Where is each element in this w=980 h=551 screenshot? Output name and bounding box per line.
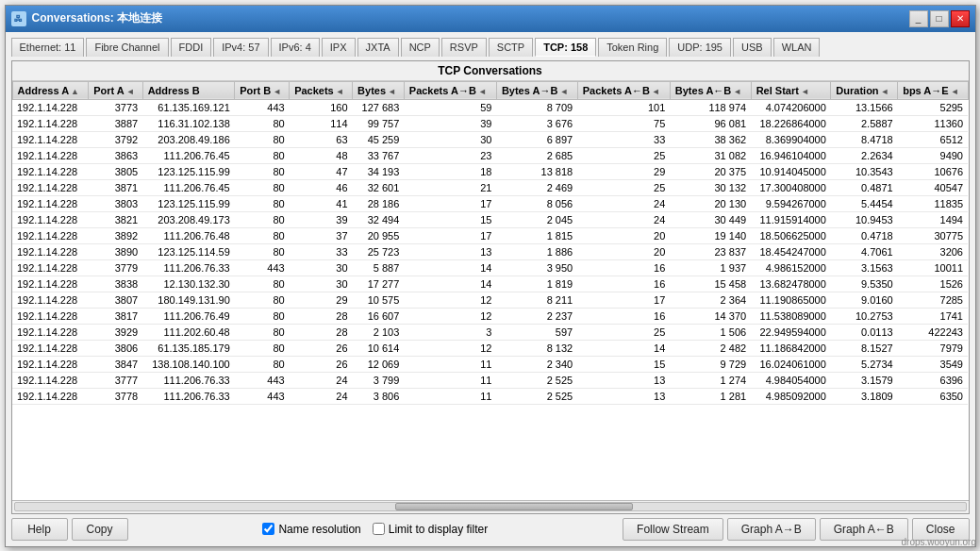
tab-sctp[interactable]: SCTP (489, 38, 533, 57)
table-cell: 31 082 (670, 147, 751, 163)
name-resolution-checkbox[interactable] (262, 523, 274, 535)
graph-ba-button[interactable]: Graph A←B (820, 518, 908, 541)
tab-ipv4--57[interactable]: IPv4: 57 (213, 38, 268, 57)
table-cell: 80 (235, 147, 290, 163)
horizontal-scrollbar[interactable] (12, 500, 969, 513)
table-row[interactable]: 192.1.14.2283778111.206.76.33443243 8061… (12, 388, 968, 404)
table-row[interactable]: 192.1.14.2283847138.108.140.100802612 06… (12, 356, 968, 372)
help-button[interactable]: Help (11, 518, 68, 541)
limit-display-checkbox[interactable] (373, 523, 385, 535)
table-row[interactable]: 192.1.14.2283821203.208.49.173803932 494… (12, 211, 968, 227)
table-row[interactable]: 192.1.14.2283792203.208.49.186806345 259… (12, 131, 968, 147)
table-row[interactable]: 192.1.14.2283929111.202.60.4880282 10335… (12, 324, 968, 340)
table-row[interactable]: 192.1.14.228383812.130.132.30803017 2771… (12, 276, 968, 292)
col-packets-a-b[interactable]: Packets A→B◄ (404, 81, 496, 99)
col-rel-start[interactable]: Rel Start◄ (751, 81, 831, 99)
table-cell: 12 (404, 292, 496, 308)
tab-ethernet--11[interactable]: Ethernet: 11 (11, 38, 85, 57)
table-cell: 59 (404, 99, 496, 115)
table-cell: 3778 (89, 388, 142, 404)
table-row[interactable]: 192.1.14.2283779111.206.76.33443305 8871… (12, 259, 968, 276)
table-cell: 0.4718 (831, 227, 898, 243)
table-cell: 3206 (898, 243, 968, 259)
copy-button[interactable]: Copy (72, 518, 128, 541)
table-cell: 3.1809 (831, 388, 898, 404)
table-cell: 24 (577, 211, 670, 227)
table-row[interactable]: 192.1.14.2283892111.206.76.48803720 9551… (12, 227, 968, 243)
table-cell: 192.1.14.228 (12, 292, 89, 308)
table-row[interactable]: 192.1.14.2283887116.31.102.1388011499 75… (12, 115, 968, 131)
table-cell: 192.1.14.228 (12, 324, 89, 340)
table-row[interactable]: 192.1.14.2283807180.149.131.90802910 575… (12, 292, 968, 308)
name-resolution-label[interactable]: Name resolution (262, 523, 360, 536)
scrollbar-thumb[interactable] (395, 503, 633, 510)
window-close-button[interactable]: ✕ (951, 10, 970, 27)
table-cell: 10011 (898, 259, 968, 276)
table-cell: 80 (235, 356, 290, 372)
table-cell: 3 676 (496, 115, 577, 131)
col-bps-a-e[interactable]: bps A→E◄ (898, 81, 968, 99)
maximize-button[interactable]: □ (930, 10, 949, 27)
table-row[interactable]: 192.1.14.2283890123.125.114.59803325 723… (12, 243, 968, 259)
app-icon: 🖧 (11, 11, 26, 26)
col-port-b[interactable]: Port B◄ (235, 81, 290, 99)
tab-ncp[interactable]: NCP (401, 38, 440, 57)
table-cell: 11 (404, 388, 496, 404)
table-row[interactable]: 192.1.14.2283777111.206.76.33443243 7991… (12, 372, 968, 388)
table-cell: 20 (577, 243, 670, 259)
tab-token-ring[interactable]: Token Ring (598, 38, 667, 57)
tab-usb[interactable]: USB (733, 38, 772, 57)
follow-stream-button[interactable]: Follow Stream (623, 518, 723, 541)
col-port-a[interactable]: Port A◄ (89, 81, 142, 99)
table-cell: 15 (577, 356, 670, 372)
table-cell: 16.946104000 (751, 147, 831, 163)
tab-fibre-channel[interactable]: Fibre Channel (86, 38, 168, 57)
table-row[interactable]: 192.1.14.2283803123.125.115.99804128 186… (12, 195, 968, 211)
table-row[interactable]: 192.1.14.2283863111.206.76.45804833 7672… (12, 147, 968, 163)
table-row[interactable]: 192.1.14.228380661.135.185.179802610 614… (12, 340, 968, 356)
left-button-group: Help Copy (11, 518, 128, 541)
col-bytes[interactable]: Bytes◄ (353, 81, 405, 99)
col-bytes-a-b[interactable]: Bytes A→B◄ (496, 81, 577, 99)
table-row[interactable]: 192.1.14.2283817111.206.76.49802816 6071… (12, 308, 968, 324)
conversations-table: Address A▲Port A◄Address BPort B◄Packets… (12, 81, 969, 405)
main-window: 🖧 Conversations: 本地连接 _ □ ✕ Ethernet: 11… (5, 5, 976, 547)
table-cell: 192.1.14.228 (12, 356, 89, 372)
table-cell: 192.1.14.228 (12, 308, 89, 324)
table-scroll[interactable]: Address A▲Port A◄Address BPort B◄Packets… (12, 81, 969, 500)
limit-display-label[interactable]: Limit to display filter (373, 523, 488, 536)
col-duration[interactable]: Duration◄ (831, 81, 898, 99)
table-cell: 17 (577, 292, 670, 308)
tab-ipv6--4[interactable]: IPv6: 4 (271, 38, 320, 57)
col-address-a[interactable]: Address A▲ (12, 81, 89, 99)
table-cell: 3773 (89, 99, 142, 115)
col-packets-a-b[interactable]: Packets A←B◄ (577, 81, 670, 99)
tab-udp--195[interactable]: UDP: 195 (669, 38, 731, 57)
table-cell: 4.986152000 (751, 259, 831, 276)
tab-rsvp[interactable]: RSVP (441, 38, 487, 57)
tab-wlan[interactable]: WLAN (773, 38, 821, 57)
table-cell: 2 364 (670, 292, 751, 308)
tab-fddi[interactable]: FDDI (171, 38, 212, 57)
tab-tcp--158[interactable]: TCP: 158 (535, 38, 596, 57)
col-bytes-a-b[interactable]: Bytes A←B◄ (670, 81, 751, 99)
table-cell: 3779 (89, 259, 142, 276)
table-cell: 28 (290, 324, 353, 340)
scrollbar-track[interactable] (14, 502, 967, 511)
table-row[interactable]: 192.1.14.2283871111.206.76.45804632 6012… (12, 179, 968, 195)
table-cell: 9 729 (670, 356, 751, 372)
table-cell: 30775 (898, 227, 968, 243)
tab-jxta[interactable]: JXTA (357, 38, 399, 57)
table-cell: 2 525 (496, 372, 577, 388)
table-cell: 3.1563 (831, 259, 898, 276)
col-packets[interactable]: Packets◄ (290, 81, 353, 99)
tab-ipx[interactable]: IPX (322, 38, 356, 57)
table-row[interactable]: 192.1.14.228377361.135.169.121443160127 … (12, 99, 968, 115)
table-row[interactable]: 192.1.14.2283805123.125.115.99804734 193… (12, 163, 968, 179)
table-cell: 3 806 (353, 388, 405, 404)
minimize-button[interactable]: _ (909, 10, 928, 27)
limit-display-text: Limit to display filter (389, 523, 488, 536)
graph-ab-button[interactable]: Graph A→B (727, 518, 816, 541)
col-address-b[interactable]: Address B (142, 81, 235, 99)
table-title: TCP Conversations (12, 61, 969, 81)
